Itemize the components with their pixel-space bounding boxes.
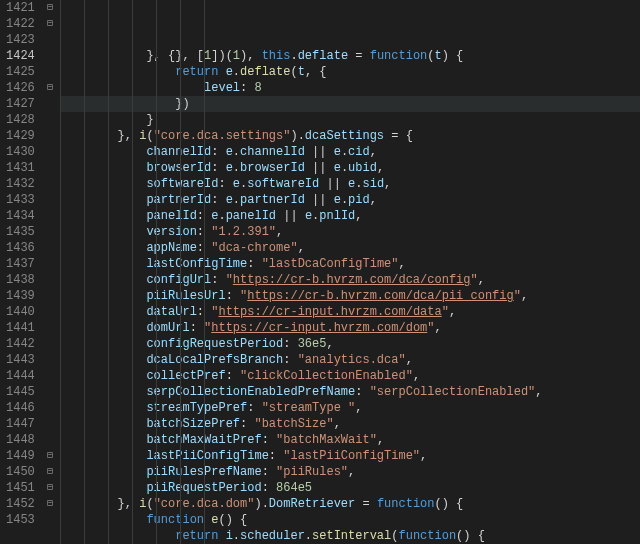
fold-spacer [42,32,58,48]
code-line[interactable]: level: 8 [60,80,640,96]
code-line[interactable]: piiRulesPrefName: "piiRules", [60,464,640,480]
fold-spacer [42,416,58,432]
code-token: " [226,273,233,287]
code-line[interactable]: batchMaxWaitPref: "batchMaxWait", [60,432,640,448]
line-number[interactable]: 1445 [6,384,34,400]
code-token: }) [175,97,189,111]
fold-column[interactable]: ⊟⊟⊟⊟⊟⊟⊟ [42,0,58,544]
line-number[interactable]: 1450 [6,464,34,480]
code-token: . [290,49,297,63]
code-token: sid [362,177,384,191]
code-line[interactable]: } [60,112,640,128]
code-line[interactable]: lastConfigTime: "lastDcaConfigTime", [60,256,640,272]
fold-spacer [42,512,58,528]
code-token: }, {}, [ [146,49,204,63]
code-line[interactable]: browserId: e.browserId || e.ubid, [60,160,640,176]
code-token: e [334,145,341,159]
line-number[interactable]: 1447 [6,416,34,432]
fold-toggle-open-icon[interactable]: ⊟ [42,496,58,512]
code-line[interactable]: appName: "dca-chrome", [60,240,640,256]
code-line[interactable]: piiRulesUrl: "https://cr-b.hvrzm.com/dca… [60,288,640,304]
line-number[interactable]: 1452 [6,496,34,512]
code-line[interactable]: domUrl: "https://cr-input.hvrzm.com/dom"… [60,320,640,336]
code-line[interactable]: return i.scheduler.setInterval(function(… [60,528,640,544]
code-line[interactable]: piiRequestPeriod: 864e5 [60,480,640,496]
code-line[interactable]: function e() { [60,512,640,528]
line-number[interactable]: 1435 [6,224,34,240]
code-line[interactable]: return e.deflate(t, { [60,64,640,80]
code-token: "piiRules" [276,465,348,479]
code-token: : [283,337,297,351]
code-line[interactable]: }, i("core.dca.settings").dcaSettings = … [60,128,640,144]
code-token: = [348,49,370,63]
line-number[interactable]: 1446 [6,400,34,416]
line-number[interactable]: 1422 [6,16,34,32]
fold-toggle-open-icon[interactable]: ⊟ [42,448,58,464]
line-number[interactable]: 1441 [6,320,34,336]
line-number[interactable]: 1440 [6,304,34,320]
line-number[interactable]: 1421 [6,0,34,16]
line-number[interactable]: 1439 [6,288,34,304]
code-line[interactable]: batchSizePref: "batchSize", [60,416,640,432]
line-number[interactable]: 1430 [6,144,34,160]
code-token: "lastPiiConfigTime" [283,449,420,463]
code-token: piiRulesUrl [146,289,225,303]
line-number[interactable]: 1453 [6,512,34,528]
code-line[interactable]: lastPiiConfigTime: "lastPiiConfigTime", [60,448,640,464]
code-line[interactable]: partnerId: e.partnerId || e.pid, [60,192,640,208]
line-number[interactable]: 1426 [6,80,34,96]
line-number[interactable]: 1436 [6,240,34,256]
code-line[interactable]: channelId: e.channelId || e.cid, [60,144,640,160]
code-token: : [190,321,204,335]
code-line[interactable]: }, i("core.dca.dom").DomRetriever = func… [60,496,640,512]
code-token: , [355,401,362,415]
line-number[interactable]: 1448 [6,432,34,448]
line-number[interactable]: 1433 [6,192,34,208]
fold-toggle-open-icon[interactable]: ⊟ [42,480,58,496]
code-area[interactable]: }, {}, [1])(1), this.deflate = function(… [58,0,640,544]
code-token: i [226,529,233,543]
code-line[interactable]: version: "1.2.391", [60,224,640,240]
line-number[interactable]: 1428 [6,112,34,128]
code-line[interactable]: collectPref: "clickCollectionEnabled", [60,368,640,384]
line-number[interactable]: 1423 [6,32,34,48]
line-number[interactable]: 1449 [6,448,34,464]
code-line[interactable]: panelId: e.panelId || e.pnlId, [60,208,640,224]
fold-toggle-open-icon[interactable]: ⊟ [42,16,58,32]
code-token: "clickCollectionEnabled" [240,369,413,383]
code-line[interactable]: serpCollectionEnabledPrefName: "serpColl… [60,384,640,400]
code-token: " [442,305,449,319]
code-line[interactable]: }) [60,96,640,112]
line-number[interactable]: 1434 [6,208,34,224]
code-token: deflate [298,49,348,63]
line-number[interactable]: 1427 [6,96,34,112]
code-line[interactable]: configRequestPeriod: 36e5, [60,336,640,352]
code-token: ). [290,129,304,143]
code-line[interactable]: configUrl: "https://cr-b.hvrzm.com/dca/c… [60,272,640,288]
line-number[interactable]: 1429 [6,128,34,144]
code-line[interactable]: dataUrl: "https://cr-input.hvrzm.com/dat… [60,304,640,320]
code-line[interactable]: dcaLocalPrefsBranch: "analytics.dca", [60,352,640,368]
line-number[interactable]: 1425 [6,64,34,80]
line-number[interactable]: 1444 [6,368,34,384]
line-number[interactable]: 1451 [6,480,34,496]
code-line[interactable]: streamTypePref: "streamType ", [60,400,640,416]
line-number[interactable]: 1424 [6,48,34,64]
code-line[interactable]: softwareId: e.softwareId || e.sid, [60,176,640,192]
code-editor[interactable]: 1421142214231424142514261427142814291430… [0,0,640,544]
line-number[interactable]: 1443 [6,352,34,368]
code-token: ])( [211,49,233,63]
code-line[interactable]: }, {}, [1])(1), this.deflate = function(… [60,48,640,64]
fold-toggle-open-icon[interactable]: ⊟ [42,464,58,480]
fold-toggle-open-icon[interactable]: ⊟ [42,80,58,96]
code-token: appName [146,241,196,255]
line-number[interactable]: 1437 [6,256,34,272]
line-number[interactable]: 1442 [6,336,34,352]
code-token: e [226,193,233,207]
fold-toggle-open-icon[interactable]: ⊟ [42,0,58,16]
line-number-gutter[interactable]: 1421142214231424142514261427142814291430… [0,0,42,544]
line-number[interactable]: 1438 [6,272,34,288]
line-number[interactable]: 1431 [6,160,34,176]
line-number[interactable]: 1432 [6,176,34,192]
fold-spacer [42,432,58,448]
